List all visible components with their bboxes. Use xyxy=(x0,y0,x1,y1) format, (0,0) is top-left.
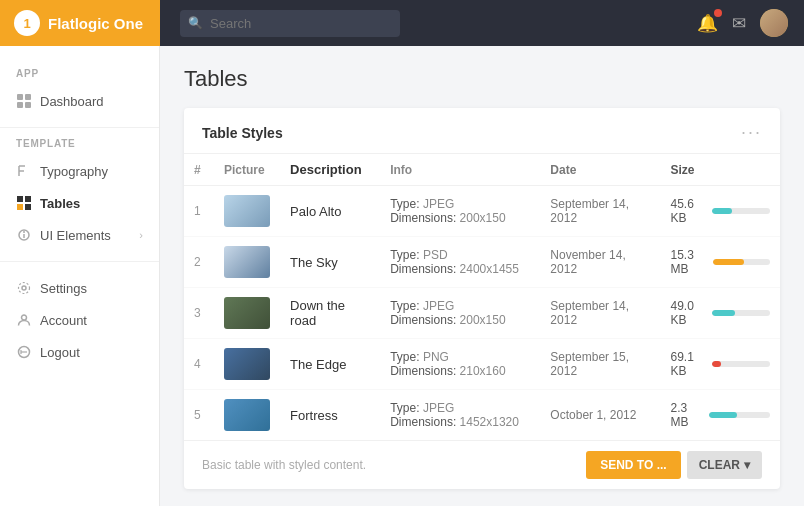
avatar[interactable] xyxy=(760,9,788,37)
cell-description: The Sky xyxy=(280,237,380,288)
cell-date: November 14, 2012 xyxy=(540,237,660,288)
type-value: PSD xyxy=(423,248,448,262)
sidebar-item-dashboard[interactable]: Dashboard xyxy=(0,85,159,117)
top-icons: 🔔 ✉ xyxy=(697,9,804,37)
notification-badge xyxy=(714,9,722,17)
cell-size: 45.6 KB xyxy=(660,186,780,237)
notifications-button[interactable]: 🔔 xyxy=(697,13,718,34)
svg-rect-10 xyxy=(25,204,31,210)
sidebar-item-account[interactable]: Account xyxy=(0,304,159,336)
search-input[interactable] xyxy=(180,10,400,37)
ui-icon xyxy=(16,227,32,243)
svg-rect-1 xyxy=(25,94,31,100)
progress-bar-background xyxy=(709,412,770,418)
size-progress-wrap: 2.3 MB xyxy=(670,401,770,429)
type-label: Type: xyxy=(390,299,419,313)
size-progress-wrap: 15.3 MB xyxy=(670,248,770,276)
logo-text: Flatlogic One xyxy=(48,15,143,32)
section-label-template: TEMPLATE xyxy=(0,138,159,155)
sidebar-ui-label: UI Elements xyxy=(40,228,131,243)
mail-button[interactable]: ✉ xyxy=(732,13,746,34)
info-type-row: Type: JPEG xyxy=(390,401,530,415)
progress-bar-fill xyxy=(713,259,744,265)
col-header-size: Size xyxy=(660,154,780,186)
clear-button[interactable]: CLEAR ▾ xyxy=(687,451,762,479)
dim-label: Dimensions: xyxy=(390,364,456,378)
cell-num: 4 xyxy=(184,339,214,390)
cell-num: 1 xyxy=(184,186,214,237)
sidebar-item-tables[interactable]: Tables xyxy=(0,187,159,219)
size-progress-wrap: 49.0 KB xyxy=(670,299,770,327)
table-row: 2 The Sky Type: PSD Dimensions: 2400x145… xyxy=(184,237,780,288)
main-content: Tables Table Styles ··· # Picture Descri… xyxy=(160,46,804,506)
thumbnail xyxy=(224,297,270,329)
type-value: JPEG xyxy=(423,401,454,415)
info-type-row: Type: JPEG xyxy=(390,299,530,313)
type-value: PNG xyxy=(423,350,449,364)
logout-icon xyxy=(16,344,32,360)
col-header-date: Date xyxy=(540,154,660,186)
progress-bar-background xyxy=(713,259,770,265)
cell-picture xyxy=(214,390,280,441)
size-value: 69.1 KB xyxy=(670,350,705,378)
clear-arrow-icon: ▾ xyxy=(744,458,750,472)
sidebar-item-typography[interactable]: Typography xyxy=(0,155,159,187)
cell-info: Type: PNG Dimensions: 210x160 xyxy=(380,339,540,390)
info-type-row: Type: JPEG xyxy=(390,197,530,211)
search-icon: 🔍 xyxy=(188,16,203,30)
info-dim-row: Dimensions: 200x150 xyxy=(390,211,530,225)
cell-description: Palo Alto xyxy=(280,186,380,237)
table-card: Table Styles ··· # Picture Description I… xyxy=(184,108,780,489)
table-options-button[interactable]: ··· xyxy=(741,122,762,143)
progress-bar-fill xyxy=(712,361,721,367)
col-header-info: Info xyxy=(380,154,540,186)
table-card-title: Table Styles xyxy=(202,125,283,141)
table-row: 5 Fortress Type: JPEG Dimensions: 1452x1… xyxy=(184,390,780,441)
logo-circle: 1 xyxy=(14,10,40,36)
type-label: Type: xyxy=(390,248,419,262)
type-value: JPEG xyxy=(423,299,454,313)
cell-date: September 15, 2012 xyxy=(540,339,660,390)
logo-area: 1 Flatlogic One xyxy=(0,0,160,46)
size-value: 15.3 MB xyxy=(670,248,706,276)
cell-date: October 1, 2012 xyxy=(540,390,660,441)
type-label: Type: xyxy=(390,350,419,364)
dim-value: 200x150 xyxy=(460,211,506,225)
sidebar-tables-label: Tables xyxy=(40,196,143,211)
progress-bar-fill xyxy=(712,208,732,214)
cell-size: 69.1 KB xyxy=(660,339,780,390)
type-value: JPEG xyxy=(423,197,454,211)
progress-bar-background xyxy=(712,208,770,214)
dim-label: Dimensions: xyxy=(390,313,456,327)
thumbnail xyxy=(224,246,270,278)
sidebar-item-ui-elements[interactable]: UI Elements › xyxy=(0,219,159,251)
svg-point-15 xyxy=(19,283,30,294)
svg-rect-7 xyxy=(17,196,23,202)
cell-size: 15.3 MB xyxy=(660,237,780,288)
col-header-description: Description xyxy=(280,154,380,186)
cell-num: 5 xyxy=(184,390,214,441)
type-label: Type: xyxy=(390,401,419,415)
cell-description: Fortress xyxy=(280,390,380,441)
thumbnail xyxy=(224,195,270,227)
cell-picture xyxy=(214,237,280,288)
progress-bar-background xyxy=(712,310,770,316)
svg-rect-8 xyxy=(25,196,31,202)
sidebar-divider-1 xyxy=(0,127,159,128)
sidebar-item-settings[interactable]: Settings xyxy=(0,272,159,304)
avatar-image xyxy=(760,9,788,37)
thumbnail xyxy=(224,399,270,431)
sidebar-item-logout[interactable]: Logout xyxy=(0,336,159,368)
dim-value: 200x150 xyxy=(460,313,506,327)
cell-description: The Edge xyxy=(280,339,380,390)
cell-picture xyxy=(214,288,280,339)
svg-point-16 xyxy=(22,315,27,320)
progress-bar-fill xyxy=(709,412,736,418)
sidebar-logout-label: Logout xyxy=(40,345,143,360)
footer-buttons: SEND TO ... CLEAR ▾ xyxy=(586,451,762,479)
footer-text: Basic table with styled content. xyxy=(202,458,366,472)
body-area: APP Dashboard TEMPLATE Typography Tabl xyxy=(0,46,804,506)
cell-info: Type: JPEG Dimensions: 200x150 xyxy=(380,288,540,339)
dim-label: Dimensions: xyxy=(390,415,456,429)
send-to-button[interactable]: SEND TO ... xyxy=(586,451,680,479)
